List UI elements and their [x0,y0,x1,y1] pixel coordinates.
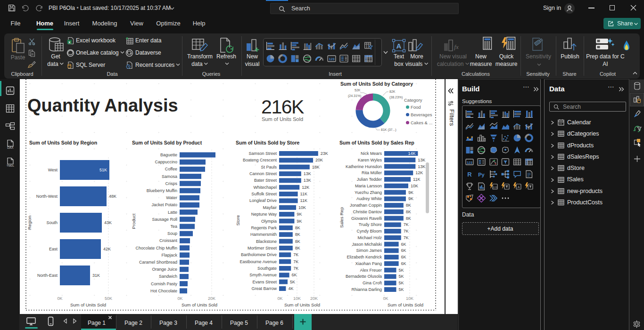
svg-text:A: A [396,42,402,50]
svg-text:Py: Py [478,172,485,177]
svg-text:123: 123 [493,186,497,189]
svg-text:123: 123 [467,161,472,164]
svg-text:A: A [518,185,520,189]
svg-text:R: R [467,171,472,178]
svg-text:TMDL: TMDL [7,164,15,167]
svg-text:123: 123 [329,57,334,61]
svg-text:DAX: DAX [7,146,14,149]
svg-text:x: x [68,40,71,44]
svg-text:fx: fx [454,43,459,50]
